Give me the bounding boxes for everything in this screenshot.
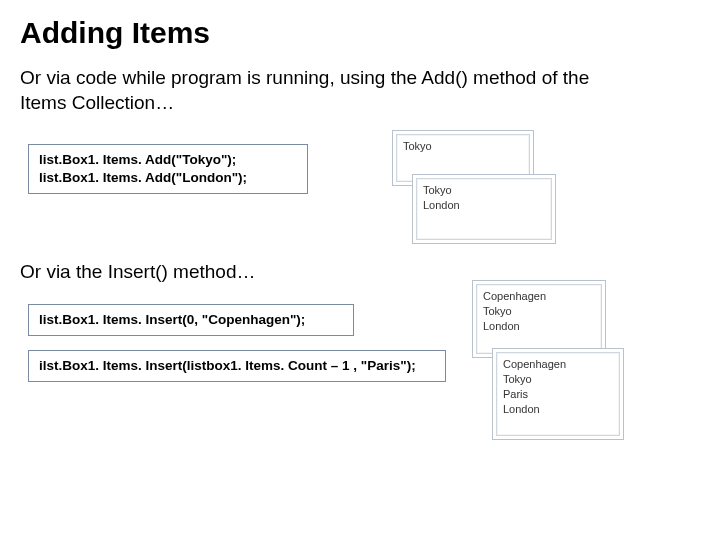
listbox-tokyo-london[interactable]: Tokyo London: [416, 178, 552, 240]
list-item[interactable]: London: [423, 198, 545, 213]
list-item[interactable]: Copenhagen: [503, 357, 613, 372]
listbox-outer: Tokyo London: [412, 174, 556, 244]
list-item[interactable]: London: [483, 319, 595, 334]
code-line: list.Box1. Items. Add("Tokyo");: [39, 151, 297, 169]
list-item[interactable]: London: [503, 402, 613, 417]
list-item[interactable]: Tokyo: [403, 139, 523, 154]
list-item[interactable]: Paris: [503, 387, 613, 402]
code-line: list.Box1. Items. Insert(0, "Copenhagen"…: [39, 311, 343, 329]
code-line: list.Box1. Items. Add("London");: [39, 169, 297, 187]
listbox-outer: Copenhagen Tokyo Paris London: [492, 348, 624, 440]
code-line: ilst.Box1. Items. Insert(listbox1. Items…: [39, 357, 435, 375]
codebox-insert-first: list.Box1. Items. Insert(0, "Copenhagen"…: [28, 304, 354, 336]
paragraph-add: Or via code while program is running, us…: [0, 62, 640, 125]
codebox-add: list.Box1. Items. Add("Tokyo"); list.Box…: [28, 144, 308, 194]
list-item[interactable]: Tokyo: [483, 304, 595, 319]
codebox-insert-last: ilst.Box1. Items. Insert(listbox1. Items…: [28, 350, 446, 382]
listbox-paris[interactable]: Copenhagen Tokyo Paris London: [496, 352, 620, 436]
listbox-copenhagen[interactable]: Copenhagen Tokyo London: [476, 284, 602, 354]
list-item[interactable]: Tokyo: [423, 183, 545, 198]
list-item[interactable]: Tokyo: [503, 372, 613, 387]
list-item[interactable]: Copenhagen: [483, 289, 595, 304]
slide-title: Adding Items: [0, 0, 720, 58]
listbox-outer: Copenhagen Tokyo London: [472, 280, 606, 358]
